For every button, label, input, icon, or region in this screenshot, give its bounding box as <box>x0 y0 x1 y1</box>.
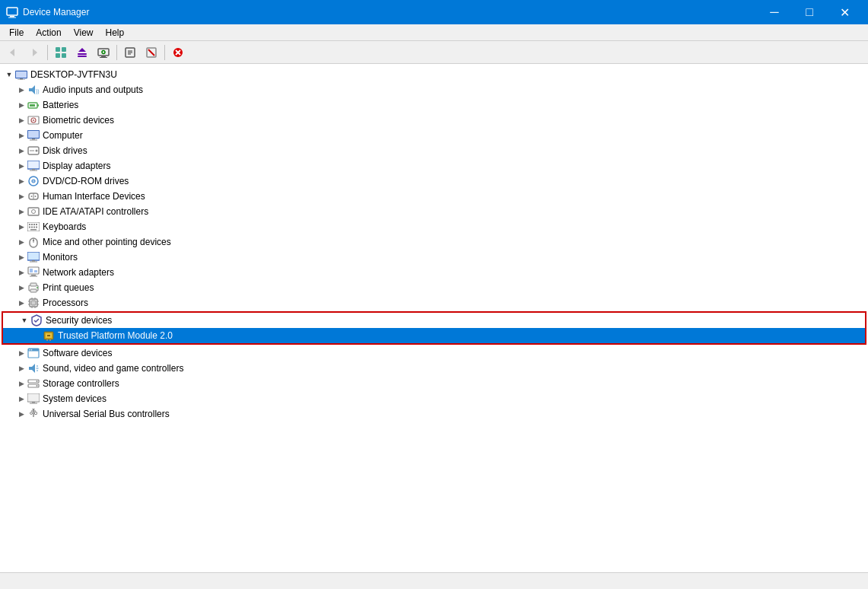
device-tree: ▼ DESKTOP-JVTFN3U ▶ )) Audio inputs a <box>0 67 868 422</box>
computer-label: Computer <box>43 130 83 141</box>
print-icon <box>27 282 40 294</box>
window-controls: ─ □ ✕ <box>757 0 862 24</box>
usb-icon <box>27 408 40 420</box>
app-icon <box>6 6 18 18</box>
svg-point-53 <box>31 196 33 197</box>
batteries-toggle: ▶ <box>15 99 27 111</box>
software-icon <box>27 347 40 359</box>
svg-marker-3 <box>10 49 14 56</box>
tree-item-batteries[interactable]: ▶ Batteries <box>0 97 868 113</box>
svg-rect-14 <box>100 57 107 58</box>
tree-item-usb[interactable]: ▶ Universal Serial Bus controllers <box>0 406 868 422</box>
security-icon <box>30 314 43 326</box>
computer-toggle: ▶ <box>15 129 27 142</box>
svg-text:)): )) <box>36 88 40 94</box>
tree-item-audio[interactable]: ▶ )) Audio inputs and outputs <box>0 82 868 97</box>
svg-rect-1 <box>10 16 14 18</box>
security-label: Security devices <box>46 315 112 326</box>
tree-item-dvd[interactable]: ▶ DVD/CD-ROM drives <box>0 174 868 189</box>
properties-view-button[interactable] <box>51 43 71 62</box>
keyboards-toggle: ▶ <box>15 221 27 233</box>
window-title: Device Manager <box>23 7 89 18</box>
sound-icon <box>27 362 40 374</box>
svg-point-116 <box>30 412 33 415</box>
svg-rect-84 <box>31 301 36 305</box>
batteries-label: Batteries <box>43 100 78 110</box>
tree-item-processors[interactable]: ▶ Processors <box>0 295 868 310</box>
svg-rect-55 <box>28 208 39 215</box>
tree-item-network[interactable]: ▶ Network adapters <box>0 265 868 280</box>
hid-toggle: ▶ <box>15 190 27 202</box>
svg-rect-64 <box>33 227 35 228</box>
device-properties-button[interactable] <box>120 43 140 62</box>
forward-button[interactable] <box>24 43 44 62</box>
ide-icon <box>27 205 40 218</box>
svg-rect-59 <box>31 224 33 225</box>
svg-rect-46 <box>32 169 35 170</box>
svg-rect-38 <box>28 131 39 138</box>
uninstall-button[interactable] <box>168 43 188 62</box>
tree-item-computer[interactable]: ▶ Computer <box>0 128 868 143</box>
svg-rect-96 <box>46 339 48 341</box>
svg-rect-39 <box>32 138 35 140</box>
scan-button[interactable] <box>94 43 113 62</box>
svg-rect-112 <box>32 402 35 403</box>
svg-rect-32 <box>37 104 39 107</box>
svg-rect-117 <box>35 412 37 415</box>
tree-item-hid[interactable]: ▶ Human Interface Devices <box>0 189 868 204</box>
svg-rect-28 <box>16 72 27 78</box>
tree-item-system[interactable]: ▶ System devices <box>0 391 868 406</box>
tree-item-tpm[interactable]: ▶ Trusted Platform Module 2.0 <box>3 328 865 343</box>
system-label: System devices <box>43 393 107 404</box>
close-button[interactable]: ✕ <box>827 0 862 24</box>
biometric-label: Biometric devices <box>43 115 114 126</box>
display-toggle: ▶ <box>15 160 27 172</box>
sound-label: Sound, video and game controllers <box>43 363 183 374</box>
menu-help[interactable]: Help <box>100 26 131 40</box>
menu-action[interactable]: Action <box>30 26 67 40</box>
tree-item-mice[interactable]: ▶ Mice and other pointing devices <box>0 234 868 250</box>
minimize-button[interactable]: ─ <box>757 0 792 24</box>
tree-item-print[interactable]: ▶ Print queues <box>0 280 868 295</box>
update-driver-button[interactable] <box>72 43 92 62</box>
svg-rect-47 <box>30 170 37 171</box>
security-toggle: ▼ <box>18 314 30 326</box>
tree-item-ide[interactable]: ▶ IDE ATA/ATAPI controllers <box>0 204 868 219</box>
back-button[interactable] <box>3 43 23 62</box>
menu-view[interactable]: View <box>68 26 100 40</box>
tree-item-software[interactable]: ▶ Software devices <box>0 345 868 361</box>
svg-rect-27 <box>17 80 25 81</box>
menu-file[interactable]: File <box>3 26 30 40</box>
batteries-icon <box>27 99 40 111</box>
processors-label: Processors <box>43 298 88 308</box>
system-icon <box>27 393 40 405</box>
svg-point-69 <box>33 240 34 241</box>
svg-rect-33 <box>30 104 35 107</box>
disk-toggle: ▶ <box>15 145 27 157</box>
tree-item-security[interactable]: ▼ Security devices <box>3 313 865 328</box>
svg-rect-113 <box>30 403 37 404</box>
audio-label: Audio inputs and outputs <box>43 84 143 95</box>
tree-item-keyboards[interactable]: ▶ Keyboards <box>0 219 868 234</box>
disk-label: Disk drives <box>43 145 87 156</box>
svg-marker-102 <box>29 364 35 373</box>
biometric-toggle: ▶ <box>15 114 27 126</box>
tree-item-disk[interactable]: ▶ Disk drives <box>0 143 868 158</box>
toolbar-separator-3 <box>164 45 165 60</box>
tree-item-sound[interactable]: ▶ Sound, video and game controllers <box>0 361 868 376</box>
svg-rect-8 <box>62 53 66 58</box>
tree-item-monitors[interactable]: ▶ Monitors <box>0 250 868 265</box>
tree-item-display[interactable]: ▶ Display adapters <box>0 158 868 174</box>
maximize-button[interactable]: □ <box>792 0 827 24</box>
svg-point-82 <box>37 287 38 288</box>
audio-icon: )) <box>27 84 40 96</box>
dvd-label: DVD/CD-ROM drives <box>43 176 129 186</box>
print-toggle: ▶ <box>15 282 27 294</box>
tree-item-storage[interactable]: ▶ Storage controllers <box>0 376 868 391</box>
svg-rect-6 <box>62 47 66 52</box>
svg-rect-26 <box>20 78 23 80</box>
disable-button[interactable] <box>141 43 161 62</box>
tree-root[interactable]: ▼ DESKTOP-JVTFN3U <box>0 67 868 82</box>
svg-rect-9 <box>78 53 87 55</box>
tree-item-biometric[interactable]: ▶ Biometric devices <box>0 113 868 128</box>
